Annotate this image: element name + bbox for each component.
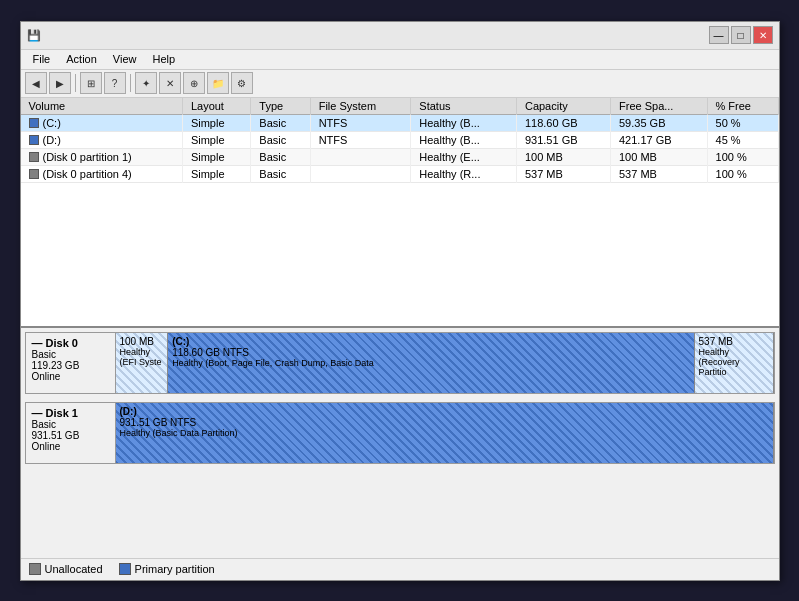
main-content: Volume Layout Type File System Status Ca… — [21, 98, 779, 580]
cell-fs: NTFS — [310, 114, 411, 131]
part-label: (D:) — [120, 406, 769, 417]
folder-button[interactable]: 📁 — [207, 72, 229, 94]
disk-partitions-1: (D:) 931.51 GB NTFS Healthy (Basic Data … — [116, 403, 774, 463]
back-button[interactable]: ◀ — [25, 72, 47, 94]
cell-status: Healthy (R... — [411, 165, 517, 182]
volume-table: Volume Layout Type File System Status Ca… — [21, 98, 779, 183]
cell-volume: (C:) — [21, 114, 183, 131]
cell-volume: (Disk 0 partition 1) — [21, 148, 183, 165]
disk-visual-section: — Disk 0 Basic 119.23 GB Online 100 MB H… — [21, 328, 779, 558]
cell-status: Healthy (B... — [411, 114, 517, 131]
part-fs: 100 MB — [120, 336, 164, 347]
part-status: Healthy (Boot, Page File, Crash Dump, Ba… — [172, 358, 689, 368]
part-status: Healthy (Recovery Partitio — [699, 347, 769, 377]
partition-0-2[interactable]: 537 MB Healthy (Recovery Partitio — [695, 333, 774, 393]
legend-unalloc-box — [29, 563, 41, 575]
settings-button[interactable]: ⚙ — [231, 72, 253, 94]
col-layout: Layout — [182, 98, 250, 115]
cell-volume: (D:) — [21, 131, 183, 148]
menu-bar: File Action View Help — [21, 50, 779, 70]
partition-0-0[interactable]: 100 MB Healthy (EFI Syste — [116, 333, 169, 393]
cell-fs: NTFS — [310, 131, 411, 148]
col-type: Type — [251, 98, 310, 115]
title-bar: 💾 — □ ✕ — [21, 22, 779, 50]
cell-free: 537 MB — [611, 165, 708, 182]
menu-action[interactable]: Action — [58, 51, 105, 67]
cell-layout: Simple — [182, 165, 250, 182]
toolbar: ◀ ▶ ⊞ ? ✦ ✕ ⊕ 📁 ⚙ — [21, 70, 779, 98]
cell-pct: 45 % — [707, 131, 778, 148]
cell-layout: Simple — [182, 114, 250, 131]
cell-status: Healthy (B... — [411, 131, 517, 148]
col-capacity: Capacity — [516, 98, 610, 115]
legend-primary-label: Primary partition — [135, 563, 215, 575]
table-row[interactable]: (C:)SimpleBasicNTFSHealthy (B...118.60 G… — [21, 114, 779, 131]
maximize-button[interactable]: □ — [731, 26, 751, 44]
partition-1-0[interactable]: (D:) 931.51 GB NTFS Healthy (Basic Data … — [116, 403, 774, 463]
cell-layout: Simple — [182, 131, 250, 148]
close-button[interactable]: ✕ — [753, 26, 773, 44]
col-volume: Volume — [21, 98, 183, 115]
cell-type: Basic — [251, 165, 310, 182]
disk-size: 931.51 GB — [32, 430, 109, 441]
part-status: Healthy (EFI Syste — [120, 347, 164, 367]
part-fs: 537 MB — [699, 336, 769, 347]
disk-status: Online — [32, 371, 109, 382]
cell-pct: 50 % — [707, 114, 778, 131]
col-pctfree: % Free — [707, 98, 778, 115]
cell-volume: (Disk 0 partition 4) — [21, 165, 183, 182]
part-fs: 118.60 GB NTFS — [172, 347, 689, 358]
cell-type: Basic — [251, 131, 310, 148]
disk-status: Online — [32, 441, 109, 452]
cell-pct: 100 % — [707, 165, 778, 182]
table-row[interactable]: (D:)SimpleBasicNTFSHealthy (B...931.51 G… — [21, 131, 779, 148]
window-icon: 💾 — [27, 28, 41, 42]
disk-size: 119.23 GB — [32, 360, 109, 371]
forward-button[interactable]: ▶ — [49, 72, 71, 94]
cell-capacity: 118.60 GB — [516, 114, 610, 131]
disk-row-1: — Disk 1 Basic 931.51 GB Online (D:) 931… — [25, 402, 775, 464]
cell-free: 421.17 GB — [611, 131, 708, 148]
delete-button[interactable]: ✕ — [159, 72, 181, 94]
action-button-1[interactable]: ✦ — [135, 72, 157, 94]
table-header: Volume Layout Type File System Status Ca… — [21, 98, 779, 115]
disk-row-0: — Disk 0 Basic 119.23 GB Online 100 MB H… — [25, 332, 775, 394]
disk-name: — Disk 0 — [32, 337, 109, 349]
part-label: (C:) — [172, 336, 689, 347]
col-filesystem: File System — [310, 98, 411, 115]
cell-capacity: 537 MB — [516, 165, 610, 182]
disk-name: — Disk 1 — [32, 407, 109, 419]
disk-label-1: — Disk 1 Basic 931.51 GB Online — [26, 403, 116, 463]
disk-label-0: — Disk 0 Basic 119.23 GB Online — [26, 333, 116, 393]
cell-fs — [310, 148, 411, 165]
toolbar-separator-2 — [130, 74, 131, 92]
format-button[interactable]: ⊕ — [183, 72, 205, 94]
cell-type: Basic — [251, 114, 310, 131]
cell-free: 59.35 GB — [611, 114, 708, 131]
legend: Unallocated Primary partition — [21, 558, 779, 580]
legend-primary: Primary partition — [119, 563, 215, 575]
cell-layout: Simple — [182, 148, 250, 165]
menu-view[interactable]: View — [105, 51, 145, 67]
cell-capacity: 100 MB — [516, 148, 610, 165]
partition-0-1[interactable]: (C:) 118.60 GB NTFS Healthy (Boot, Page … — [168, 333, 694, 393]
legend-unalloc-label: Unallocated — [45, 563, 103, 575]
col-status: Status — [411, 98, 517, 115]
cell-status: Healthy (E... — [411, 148, 517, 165]
cell-type: Basic — [251, 148, 310, 165]
table-row[interactable]: (Disk 0 partition 1)SimpleBasicHealthy (… — [21, 148, 779, 165]
help-button[interactable]: ? — [104, 72, 126, 94]
part-status: Healthy (Basic Data Partition) — [120, 428, 769, 438]
table-row[interactable]: (Disk 0 partition 4)SimpleBasicHealthy (… — [21, 165, 779, 182]
minimize-button[interactable]: — — [709, 26, 729, 44]
col-freespace: Free Spa... — [611, 98, 708, 115]
volume-table-section: Volume Layout Type File System Status Ca… — [21, 98, 779, 328]
disk-type: Basic — [32, 419, 109, 430]
toolbar-separator-1 — [75, 74, 76, 92]
legend-unallocated: Unallocated — [29, 563, 103, 575]
menu-help[interactable]: Help — [144, 51, 183, 67]
cell-fs — [310, 165, 411, 182]
properties-button[interactable]: ⊞ — [80, 72, 102, 94]
disk-management-window: 💾 — □ ✕ File Action View Help ◀ ▶ ⊞ ? ✦ … — [20, 21, 780, 581]
menu-file[interactable]: File — [25, 51, 59, 67]
